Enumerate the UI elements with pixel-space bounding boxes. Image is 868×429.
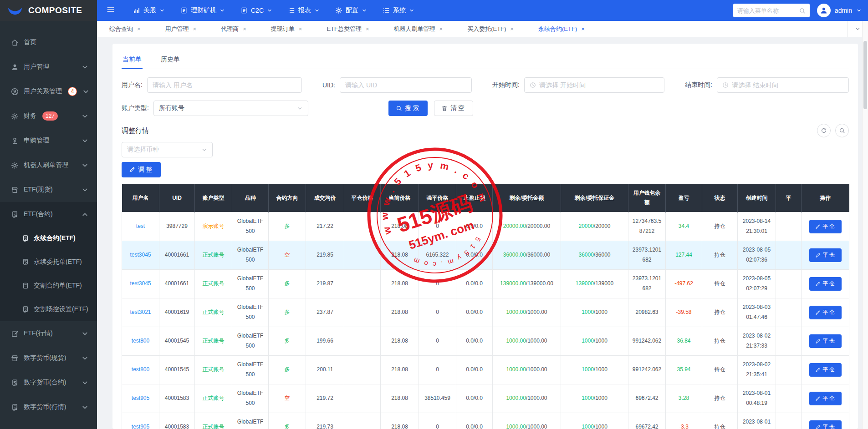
sidebar-subitem-7-3[interactable]: 交割场控设置(ETF) [0,298,97,321]
open-tab-4[interactable]: ETF总类管理× [314,21,381,37]
close-icon[interactable]: × [137,25,141,32]
sidebar-item-6[interactable]: ETF(现货) [0,177,97,202]
pnl-value: 36.84 [677,338,690,344]
tab-current-orders[interactable]: 当前单 [122,51,143,69]
uid-input[interactable] [345,81,466,89]
open-tab-3[interactable]: 提现订单× [259,21,315,37]
page-scrollbar[interactable] [862,21,868,429]
sidebar-item-2[interactable]: 用户关系管理4 [0,79,97,104]
hamburger-menu-icon[interactable] [106,5,115,16]
nav-menu-5[interactable]: 系统 [375,0,422,21]
zoom-button[interactable] [835,124,849,137]
close-icon[interactable]: × [193,25,197,32]
account-type-badge: 正式账号 [203,309,225,315]
cell-pnl: 35.94 [666,355,702,384]
sidebar-item-9[interactable]: 数字货币(现货) [0,346,97,370]
nav-menu-1[interactable]: 理财矿机 [173,0,233,21]
user-link[interactable]: test905 [132,424,149,429]
pnl-value: -497.62 [674,280,693,287]
cell-hidden-col [776,241,802,269]
close-icon[interactable]: × [439,25,443,32]
open-tab-6[interactable]: 买入委托(ETF)× [455,21,526,37]
start-time-picker[interactable] [524,77,664,93]
close-position-button[interactable]: 平仓 [809,277,842,291]
close-position-button[interactable]: 平仓 [809,334,842,348]
account-type-badge: 正式账号 [203,338,225,344]
open-tab-5[interactable]: 机器人刷单管理× [382,21,455,37]
user-link[interactable]: test800 [132,366,149,373]
user-link[interactable]: test800 [132,338,149,344]
tab-history-orders[interactable]: 历史单 [160,51,181,69]
nav-menu-2[interactable]: C2C [233,0,280,21]
margin-left: 20000 [578,223,593,229]
close-icon[interactable]: × [581,25,585,32]
adjust-button[interactable]: 调整 [122,162,161,177]
user-link[interactable]: test3021 [130,309,151,315]
sidebar-item-10[interactable]: 数字货币(合约) [0,370,97,395]
end-time-picker[interactable] [717,77,849,93]
close-icon[interactable]: × [510,25,514,32]
scrollbar-thumb[interactable] [863,41,867,109]
sidebar-item-5[interactable]: 机器人刷单管理 [0,153,97,177]
start-time-input[interactable] [539,81,659,89]
user-link[interactable]: test3045 [130,252,151,258]
close-icon[interactable]: × [366,25,369,32]
account-type-select[interactable]: 所有账号 [153,101,308,116]
sidebar-item-3[interactable]: 财务127 [0,104,97,128]
user-link[interactable]: test [136,223,145,229]
sidebar-subitem-7-1[interactable]: 永续委托单(ETF) [0,250,97,274]
filter-row-2: 账户类型: 所有账号 搜索 清空 [122,101,849,116]
close-position-button[interactable]: 平仓 [809,363,842,377]
cell-direction: 多 [269,413,306,429]
user-circle-icon [11,88,19,96]
close-position-button[interactable]: 平仓 [809,248,842,262]
username-input[interactable] [153,81,296,89]
end-time-input[interactable] [732,81,843,89]
close-position-button[interactable]: 平仓 [809,220,842,233]
clear-button[interactable]: 清空 [434,101,473,116]
cell-direction: 多 [269,298,306,327]
cell-hidden-col [776,327,802,355]
nav-menu-0[interactable]: 美股 [125,0,173,21]
user-menu[interactable]: admin [817,4,862,17]
close-icon[interactable]: × [299,25,302,32]
sidebar-item-8[interactable]: ETF(行情) [0,321,97,346]
nav-menu-label: C2C [251,7,264,14]
sidebar-item-4[interactable]: 申购管理 [0,128,97,153]
cell-avg-price: 219.85 [306,241,344,269]
table-row: test3987729演示账号GlobalETF 500多217.22218.0… [122,212,849,241]
close-position-button[interactable]: 平仓 [809,306,842,319]
coin-select[interactable]: 请选择币种 [122,142,213,157]
pnl-value: 34.4 [679,223,689,229]
nav-menu-4[interactable]: 配置 [327,0,375,21]
sidebar-subitem-7-0[interactable]: 永续合约(ETF) [0,227,97,250]
cell-hidden-col [776,269,802,298]
open-tab-7[interactable]: 永续合约(ETF)× [526,21,597,37]
cell-symbol: GlobalETF 500 [232,298,269,327]
nav-menu-3[interactable]: 报表 [280,0,327,21]
sidebar-item-1[interactable]: 用户管理 [0,55,97,79]
open-tab-1[interactable]: 用户管理× [153,21,209,37]
menu-search-box[interactable] [733,4,810,17]
close-icon[interactable]: × [243,25,246,32]
sidebar-item-11[interactable]: 数字货币(行情) [0,395,97,419]
user-link[interactable]: test905 [132,395,149,401]
book-icon [240,7,248,14]
close-position-button[interactable]: 平仓 [809,420,842,429]
column-header-17: 操作 [802,184,849,212]
user-link[interactable]: test3045 [130,280,151,287]
sidebar-subitem-label: 永续合约(ETF) [34,234,76,242]
refresh-button[interactable] [817,124,831,137]
search-button[interactable]: 搜索 [388,101,428,116]
menu-search-input[interactable] [737,7,799,14]
close-position-button[interactable]: 平仓 [809,392,842,405]
cell-created: 2023-08-01 00:48:19 [738,384,776,413]
open-tab-2[interactable]: 代理商× [209,21,259,37]
open-tab-0[interactable]: 综合查询× [97,21,153,37]
sidebar-item-0[interactable]: 首页 [0,30,97,55]
list-icon [383,7,390,14]
cell-current-price: 218.08 [381,298,419,327]
sidebar-item-7[interactable]: ETF(合约) [0,202,97,227]
sidebar-subitem-7-2[interactable]: 交割合约单(ETF) [0,274,97,298]
cell-username: test905 [122,384,159,413]
